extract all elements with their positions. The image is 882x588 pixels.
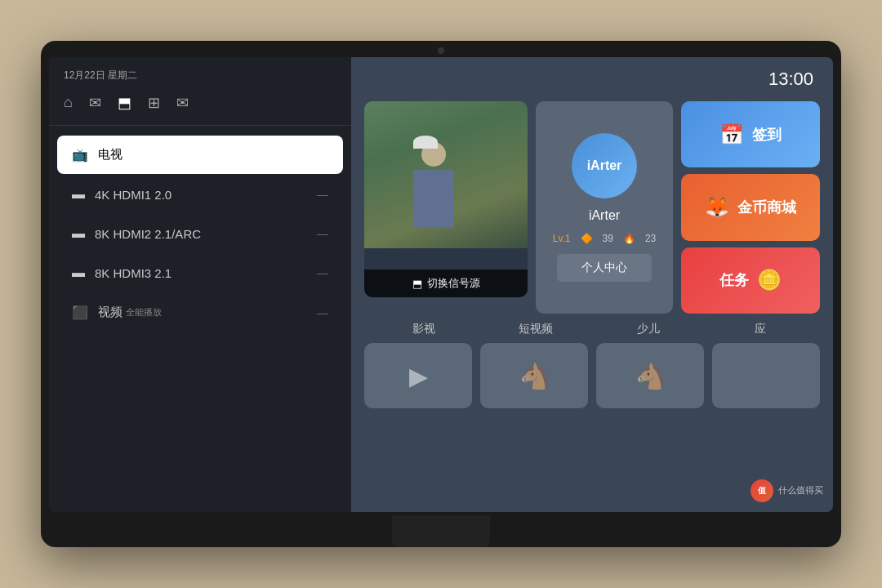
signin-icon: 📅 — [719, 123, 744, 146]
category-kids-card[interactable]: 🐴 — [596, 343, 704, 408]
menu-item-hdmi2-label: 8K HDMI2 2.1/ARC — [95, 227, 201, 241]
content-grid: ⬒ 切换信号源 iArter iArter Lv.1 — [351, 101, 833, 512]
tv-frame: 12月22日 星期二 ⌂ ✉ ⬒ ⊞ ✉ 📺 电视 — [41, 41, 841, 547]
iarter-level: Lv.1 — [553, 233, 571, 244]
screen-content: 12月22日 星期二 ⌂ ✉ ⬒ ⊞ ✉ 📺 电视 — [49, 57, 833, 512]
gold-label: 金币商城 — [737, 198, 796, 217]
grid-icon[interactable]: ⊞ — [148, 94, 160, 112]
sidebar-menu: 📺 电视 ▬ 4K HDMI1 2.0 — ▬ 8K HDMI2 2.1/ARC… — [49, 126, 351, 512]
video-dash: — — [317, 306, 328, 319]
iarter-coins: 39 — [603, 233, 613, 244]
gold-store-button[interactable]: 🦊 金币商城 — [681, 174, 820, 240]
video-switch-button[interactable]: ⬒ 切换信号源 — [364, 270, 528, 297]
bottom-row: 影视 短视频 少儿 应 ▶ 🐴 🐴 — [364, 322, 820, 408]
tv-screen: 12月22日 星期二 ⌂ ✉ ⬒ ⊞ ✉ 📺 电视 — [49, 57, 833, 512]
switch-icon: ⬒ — [412, 278, 422, 290]
video-sub: 全能播放 — [126, 306, 162, 318]
figure-body — [413, 170, 454, 227]
top-bar: 13:00 — [351, 57, 833, 101]
top-row: ⬒ 切换信号源 iArter iArter Lv.1 — [364, 101, 820, 314]
task-button[interactable]: 任务 🪙 — [681, 247, 820, 314]
video-figure — [405, 142, 462, 248]
envelope-icon[interactable]: ✉ — [176, 94, 189, 112]
hdmi2-icon: ▬ — [72, 226, 85, 241]
category-short-video-label: 短视频 — [480, 322, 593, 336]
hdmi3-icon: ▬ — [72, 265, 85, 280]
hdmi1-dash: — — [317, 188, 328, 201]
iarter-stats: Lv.1 🔶 39 🔥 23 — [553, 233, 657, 244]
sidebar-date: 12月22日 星期二 — [64, 69, 336, 82]
iarter-avatar: iArter — [572, 133, 637, 198]
menu-item-hdmi2[interactable]: ▬ 8K HDMI2 2.1/ARC — — [57, 215, 343, 252]
category-kids-label: 少儿 — [592, 322, 705, 336]
right-buttons: 📅 签到 🦊 金币商城 任务 🪙 — [681, 101, 820, 314]
switch-label: 切换信号源 — [427, 276, 480, 291]
iarter-fire: 23 — [645, 233, 656, 244]
main-content: 13:00 — [351, 57, 833, 512]
iarter-name: iArter — [589, 208, 620, 223]
hdmi3-dash: — — [317, 266, 328, 279]
category-movies-label: 影视 — [368, 322, 480, 336]
tv-stand — [392, 515, 490, 547]
fire-icon: 🔥 — [623, 233, 635, 244]
menu-item-hdmi1[interactable]: ▬ 4K HDMI1 2.0 — — [57, 176, 343, 213]
category-apps-label: 应 — [705, 322, 817, 336]
task-label: 任务 — [719, 270, 749, 290]
signin-button[interactable]: 📅 签到 — [681, 101, 820, 167]
menu-item-video-label: 视频 — [98, 305, 122, 320]
video-thumbnail — [364, 101, 528, 248]
category-labels: 影视 短视频 少儿 应 — [364, 322, 820, 336]
mail-icon[interactable]: ✉ — [89, 94, 101, 112]
menu-item-hdmi1-label: 4K HDMI1 2.0 — [95, 188, 172, 202]
watermark-logo: 值 — [751, 479, 773, 502]
hdmi1-icon: ▬ — [72, 187, 85, 202]
category-apps-card[interactable] — [712, 343, 820, 408]
input-icon[interactable]: ⬒ — [118, 94, 131, 112]
menu-item-tv-label: 电视 — [98, 147, 122, 163]
video-card[interactable]: ⬒ 切换信号源 — [364, 101, 528, 297]
category-short-video-card[interactable]: 🐴 — [480, 343, 588, 408]
hdmi2-dash: — — [317, 227, 328, 240]
iarter-avatar-text: iArter — [587, 158, 622, 173]
category-icons: ▶ 🐴 🐴 — [364, 343, 820, 408]
task-icon: 🪙 — [757, 269, 782, 292]
video-icon: ⬛ — [72, 305, 88, 320]
left-sidebar: 12月22日 星期二 ⌂ ✉ ⬒ ⊞ ✉ 📺 电视 — [49, 57, 351, 512]
personal-center-button[interactable]: 个人中心 — [557, 254, 652, 282]
watermark: 值 什么值得买 — [751, 479, 823, 502]
home-icon[interactable]: ⌂ — [64, 94, 73, 112]
tv-icon: 📺 — [72, 147, 88, 163]
menu-item-hdmi3[interactable]: ▬ 8K HDMI3 2.1 — — [57, 254, 343, 292]
menu-item-video[interactable]: ⬛ 视频 全能播放 — — [57, 293, 343, 332]
iarter-card: iArter iArter Lv.1 🔶 39 🔥 23 个人中心 — [536, 101, 673, 314]
menu-item-tv[interactable]: 📺 电视 — [57, 136, 343, 174]
menu-item-hdmi3-label: 8K HDMI3 2.1 — [95, 266, 172, 280]
watermark-text: 什么值得买 — [778, 484, 823, 497]
signin-label: 签到 — [752, 125, 782, 145]
sidebar-header: 12月22日 星期二 ⌂ ✉ ⬒ ⊞ ✉ — [49, 57, 351, 126]
figure-hat — [413, 136, 438, 149]
category-movies-card[interactable]: ▶ — [364, 343, 472, 408]
gold-icon: 🦊 — [705, 196, 729, 219]
main-time: 13:00 — [768, 69, 813, 90]
camera — [438, 47, 444, 54]
sidebar-nav: ⌂ ✉ ⬒ ⊞ ✉ — [64, 89, 336, 117]
coin-icon: 🔶 — [581, 233, 593, 244]
